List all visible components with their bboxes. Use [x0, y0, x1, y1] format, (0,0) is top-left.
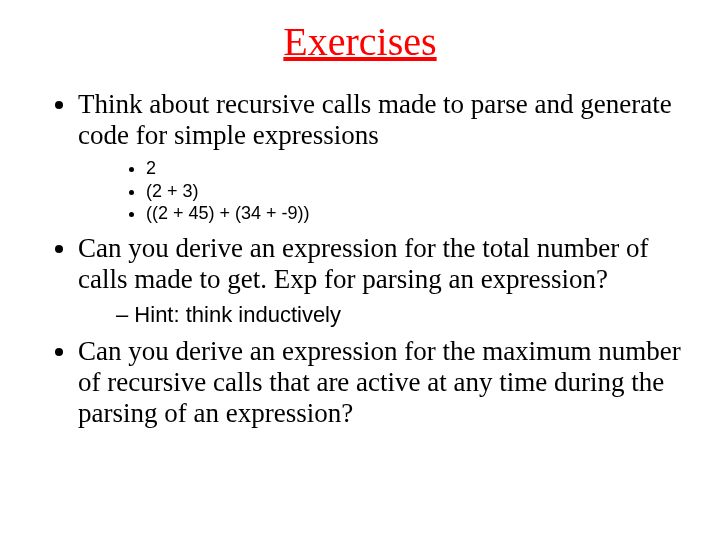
sub-bullet-item: 2 — [146, 157, 690, 180]
sub-bullet-item: (2 + 3) — [146, 180, 690, 203]
sub-bullet-item: Hint: think inductively — [116, 301, 690, 329]
slide: Exercises Think about recursive calls ma… — [0, 0, 720, 540]
bullet-text: Think about recursive calls made to pars… — [78, 89, 672, 150]
bullet-list: Think about recursive calls made to pars… — [30, 89, 690, 429]
bullet-text: Can you derive an expression for the tot… — [78, 233, 649, 294]
slide-title: Exercises — [30, 18, 690, 65]
sub-bullet-item: ((2 + 45) + (34 + -9)) — [146, 202, 690, 225]
bullet-text: Can you derive an expression for the max… — [78, 336, 681, 428]
bullet-item: Can you derive an expression for the max… — [78, 336, 690, 429]
bullet-item: Can you derive an expression for the tot… — [78, 233, 690, 329]
sub-bullet-list: Hint: think inductively — [78, 301, 690, 329]
sub-bullet-list: 2 (2 + 3) ((2 + 45) + (34 + -9)) — [78, 157, 690, 225]
bullet-item: Think about recursive calls made to pars… — [78, 89, 690, 225]
